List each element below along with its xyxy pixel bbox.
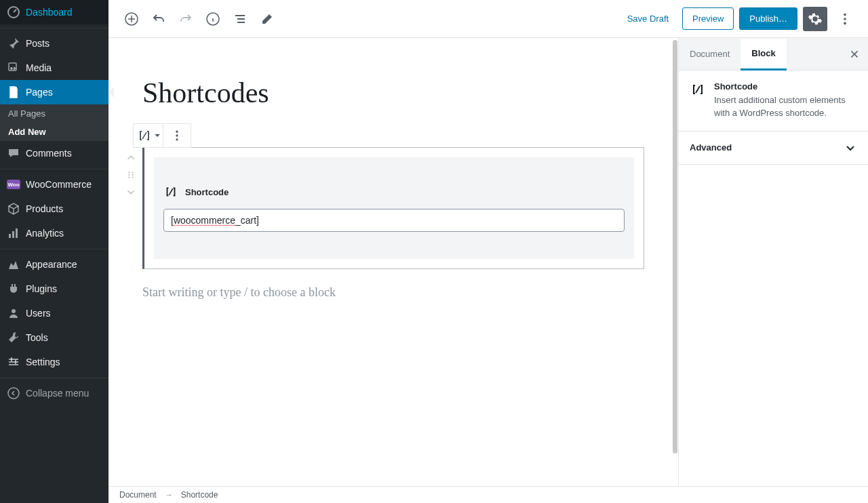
settings-toggle-button[interactable] [803, 7, 827, 31]
breadcrumb-root[interactable]: Document [119, 490, 157, 500]
svg-rect-11 [9, 361, 18, 363]
svg-rect-14 [15, 360, 16, 364]
sidebar-submenu-pages: All Pages Add New [0, 104, 108, 141]
sidebar-item-pages[interactable]: Pages [0, 80, 108, 104]
move-down-button[interactable] [123, 184, 139, 200]
svg-point-9 [12, 309, 16, 313]
settings-icon [7, 355, 20, 369]
settings-inspector: Document Block Shortcode Insert addition… [678, 38, 868, 486]
shortcode-block-body: Shortcode [woocommerce_cart] [154, 157, 634, 259]
sidebar-label: Plugins [26, 283, 102, 294]
sidebar-item-comments[interactable]: Comments [0, 141, 108, 165]
info-button[interactable] [201, 7, 225, 31]
block-toolbar [133, 123, 191, 148]
more-menu-button[interactable] [833, 7, 857, 31]
editor-body: Shortcodes [108, 38, 868, 486]
tools-icon [7, 331, 20, 344]
preview-button[interactable]: Preview [682, 7, 734, 30]
page-title-input[interactable]: Shortcodes [142, 76, 644, 110]
sidebar-item-users[interactable]: Users [0, 301, 108, 325]
sidebar-item-woocommerce[interactable]: Woo WooCommerce [0, 172, 108, 197]
undo-button[interactable] [146, 7, 171, 31]
advanced-panel-toggle[interactable]: Advanced [679, 132, 868, 165]
sidebar-label: WooCommerce [26, 179, 102, 190]
svg-rect-20 [237, 22, 245, 23]
sidebar-label: Posts [26, 38, 102, 49]
collapse-menu-button[interactable]: Collapse menu [0, 381, 108, 405]
svg-rect-12 [9, 364, 18, 365]
svg-point-29 [128, 174, 130, 176]
shortcode-icon [163, 184, 178, 199]
sidebar-label: Products [26, 203, 102, 214]
appearance-icon [7, 258, 20, 271]
shortcode-value-word: woocommerce [174, 215, 235, 226]
sidebar-item-analytics[interactable]: Analytics [0, 221, 108, 245]
shortcode-block[interactable]: Shortcode [woocommerce_cart] [142, 147, 644, 269]
dashboard-icon [7, 5, 20, 19]
editor-main: Save Draft Preview Publish… Shortcodes [108, 0, 868, 503]
woo-icon: Woo [7, 178, 20, 191]
svg-point-15 [8, 388, 19, 399]
sidebar-item-appearance[interactable]: Appearance [0, 252, 108, 277]
page-icon [7, 85, 20, 99]
shortcode-block-label: Shortcode [185, 187, 229, 197]
outline-button[interactable] [228, 7, 252, 31]
svg-point-26 [176, 139, 178, 141]
block-more-options[interactable] [163, 124, 191, 147]
publish-button[interactable]: Publish… [739, 7, 797, 30]
collapse-icon [7, 386, 20, 400]
svg-rect-3 [10, 87, 17, 98]
sidebar-label: Media [26, 62, 102, 73]
sidebar-item-plugins[interactable]: Plugins [0, 277, 108, 301]
comments-icon [7, 146, 20, 160]
shortcode-input[interactable]: [woocommerce_cart] [163, 209, 625, 232]
sidebar-item-settings[interactable]: Settings [0, 350, 108, 374]
breadcrumb-leaf[interactable]: Shortcode [181, 490, 218, 500]
sidebar-item-posts[interactable]: Posts [0, 31, 108, 56]
block-type-switcher[interactable] [134, 124, 163, 147]
save-draft-button[interactable]: Save Draft [619, 8, 677, 29]
block-mover [121, 147, 141, 200]
svg-point-22 [844, 18, 846, 20]
plugins-icon [7, 282, 20, 296]
svg-text:Woo: Woo [7, 182, 19, 188]
advanced-panel-label: Advanced [690, 142, 732, 153]
sidebar-subitem-all-pages[interactable]: All Pages [0, 104, 108, 123]
editor-canvas-scroll[interactable]: Shortcodes [108, 38, 678, 486]
sidebar-subitem-add-new[interactable]: Add New [0, 123, 108, 141]
svg-rect-10 [9, 359, 18, 360]
svg-rect-8 [16, 228, 18, 238]
svg-rect-6 [9, 234, 11, 238]
sidebar-item-media[interactable]: Media [0, 56, 108, 80]
svg-point-25 [176, 135, 178, 137]
tab-document[interactable]: Document [679, 38, 741, 70]
svg-point-23 [844, 22, 846, 24]
block-appender[interactable]: Start writing or type / to choose a bloc… [142, 285, 644, 300]
sidebar-item-products[interactable]: Products [0, 197, 108, 221]
close-inspector-button[interactable] [841, 48, 868, 60]
tab-block[interactable]: Block [741, 39, 786, 71]
scrollbar[interactable] [673, 40, 677, 454]
sidebar-item-dashboard[interactable]: Dashboard [0, 0, 108, 24]
svg-point-27 [128, 172, 130, 174]
drag-handle[interactable] [125, 169, 137, 181]
svg-point-21 [844, 13, 846, 16]
move-up-button[interactable] [123, 150, 139, 166]
svg-point-28 [132, 172, 134, 174]
sidebar-label: Appearance [26, 259, 102, 270]
shortcode-icon [690, 81, 706, 120]
chevron-down-icon [154, 132, 161, 139]
block-info-description: Insert additional custom elements with a… [714, 94, 857, 120]
products-icon [7, 202, 20, 216]
editor-toolbar: Save Draft Preview Publish… [108, 0, 868, 38]
users-icon [7, 306, 20, 320]
sidebar-item-tools[interactable]: Tools [0, 325, 108, 350]
edit-mode-button[interactable] [255, 7, 279, 31]
block-breadcrumb: Document → Shortcode [108, 486, 868, 503]
svg-point-32 [132, 177, 134, 178]
admin-sidebar: Dashboard Posts Media Pages All Pages Ad… [0, 0, 108, 503]
svg-rect-13 [11, 357, 12, 361]
redo-button[interactable] [174, 7, 198, 31]
add-block-button[interactable] [119, 7, 144, 31]
sidebar-label: Dashboard [26, 7, 102, 18]
